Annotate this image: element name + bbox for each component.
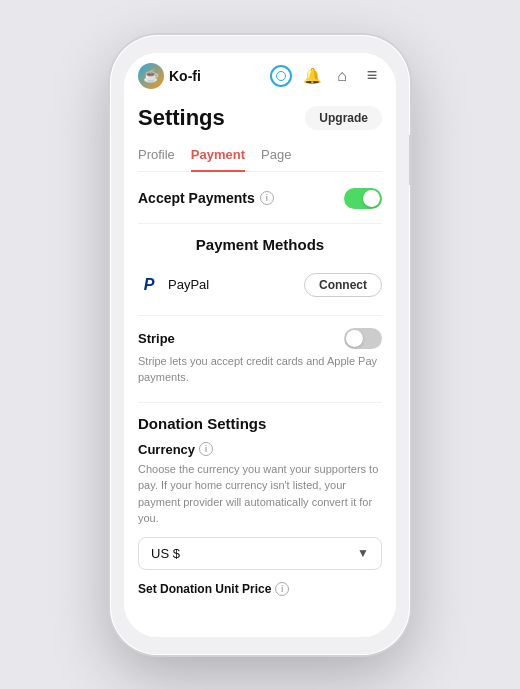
menu-icon[interactable]: ≡ [362, 66, 382, 86]
currency-description: Choose the currency you want your suppor… [138, 461, 382, 527]
app-logo-icon [138, 63, 164, 89]
currency-info-icon[interactable]: i [199, 442, 213, 456]
phone-frame: Ko-fi 🔔 ⌂ ≡ Settings Upgrade Profile Pay… [110, 35, 410, 655]
tabs-bar: Profile Payment Page [138, 141, 382, 172]
currency-label: Currency i [138, 442, 382, 457]
logo-area: Ko-fi [138, 63, 262, 89]
accept-payments-row: Accept Payments i [138, 188, 382, 209]
stripe-row: Stripe Stripe lets you accept credit car… [138, 328, 382, 386]
paypal-connect-button[interactable]: Connect [304, 273, 382, 297]
tab-profile[interactable]: Profile [138, 141, 175, 172]
paypal-left: P PayPal [138, 274, 209, 296]
side-button [409, 135, 410, 185]
accept-payments-toggle[interactable] [344, 188, 382, 209]
stripe-header: Stripe [138, 328, 382, 349]
app-name: Ko-fi [169, 68, 201, 84]
search-icon[interactable] [270, 65, 292, 87]
bell-icon[interactable]: 🔔 [302, 66, 322, 86]
divider-2 [138, 315, 382, 316]
paypal-label: PayPal [168, 277, 209, 292]
page-header: Settings Upgrade [138, 105, 382, 131]
toggle-knob [363, 190, 380, 207]
chevron-down-icon: ▼ [357, 546, 369, 560]
top-bar: Ko-fi 🔔 ⌂ ≡ [124, 53, 396, 95]
paypal-icon: P [138, 274, 160, 296]
set-donation-label-row: Set Donation Unit Price i [138, 582, 382, 600]
home-icon[interactable]: ⌂ [332, 66, 352, 86]
stripe-description: Stripe lets you accept credit cards and … [138, 353, 382, 386]
phone-screen: Ko-fi 🔔 ⌂ ≡ Settings Upgrade Profile Pay… [124, 53, 396, 637]
tab-payment[interactable]: Payment [191, 141, 245, 172]
divider-3 [138, 402, 382, 403]
donation-settings-title: Donation Settings [138, 415, 382, 432]
page-content: Settings Upgrade Profile Payment Page Ac… [124, 95, 396, 637]
upgrade-button[interactable]: Upgrade [305, 106, 382, 130]
tab-page[interactable]: Page [261, 141, 291, 172]
donation-settings-section: Donation Settings Currency i Choose the … [138, 415, 382, 600]
page-title: Settings [138, 105, 225, 131]
donation-unit-info-icon[interactable]: i [275, 582, 289, 596]
currency-dropdown[interactable]: US $ ▼ [138, 537, 382, 570]
accept-payments-label: Accept Payments i [138, 190, 274, 206]
stripe-toggle-knob [346, 330, 363, 347]
stripe-label: Stripe [138, 331, 175, 346]
divider-1 [138, 223, 382, 224]
currency-value: US $ [151, 546, 180, 561]
nav-icons: 🔔 ⌂ ≡ [270, 65, 382, 87]
accept-payments-info-icon[interactable]: i [260, 191, 274, 205]
paypal-row: P PayPal Connect [138, 267, 382, 303]
stripe-toggle[interactable] [344, 328, 382, 349]
payment-methods-title: Payment Methods [138, 236, 382, 253]
